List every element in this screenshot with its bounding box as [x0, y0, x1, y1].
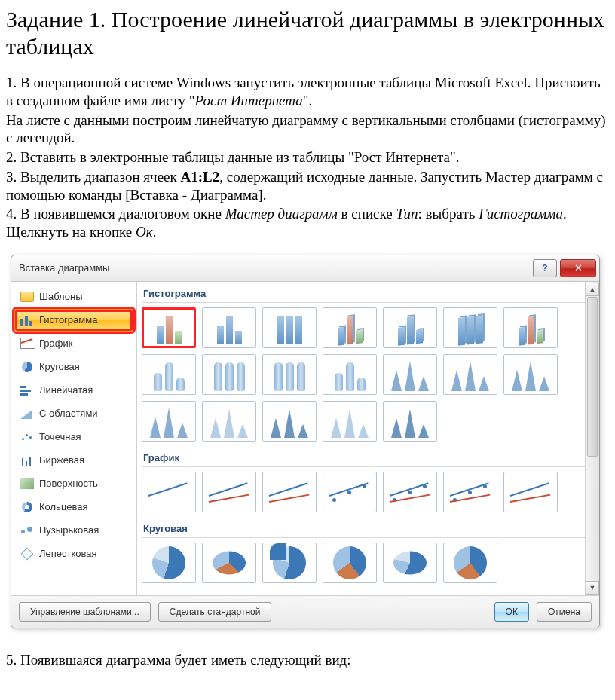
- sidebar-item-label: Поверхность: [39, 478, 98, 489]
- chart-thumb-cylinder-100-stacked[interactable]: [262, 354, 317, 395]
- chart-thumb-cylinder-stacked[interactable]: [202, 354, 256, 395]
- help-button[interactable]: ?: [533, 259, 557, 277]
- chart-thumb-stacked-line[interactable]: [202, 472, 256, 512]
- sidebar-item-label: Пузырьковая: [39, 524, 99, 536]
- gallery-group-pie: Круговая: [142, 518, 596, 538]
- pie-chart-icon: [20, 360, 35, 374]
- chart-thumb-pyramid-clustered[interactable]: [202, 401, 256, 442]
- instruction-1b: На листе с данными построим линейчатую д…: [6, 112, 609, 148]
- sidebar-item-label: Биржевая: [39, 454, 84, 466]
- sidebar-item-label: Кольцевая: [39, 501, 87, 512]
- instruction-1: 1. В операционной системе Windows запуст…: [6, 74, 609, 110]
- chart-thumb-3d-clustered-column[interactable]: [323, 307, 377, 348]
- chart-thumb-exploded-pie[interactable]: [323, 543, 377, 583]
- sidebar-item-pie[interactable]: Круговая: [14, 356, 133, 378]
- chart-thumb-100-stacked-line-markers[interactable]: [443, 472, 497, 512]
- sidebar-item-area[interactable]: С областями: [14, 402, 133, 425]
- chart-thumb-3d-column[interactable]: [503, 307, 558, 348]
- instruction-3: 3. Выделить диапазон ячеек A1:L2, содерж…: [6, 168, 609, 204]
- scroll-down-icon[interactable]: ▼: [586, 581, 599, 595]
- chart-thumb-pie-of-pie[interactable]: [262, 543, 317, 583]
- sidebar-item-scatter[interactable]: Точечная: [14, 426, 133, 448]
- sidebar-item-label: С областями: [39, 408, 98, 419]
- chart-thumb-cone-stacked[interactable]: [443, 354, 497, 395]
- instruction-4: 4. В появившемся диалоговом окне Мастер …: [6, 205, 609, 241]
- manage-templates-button[interactable]: Управление шаблонами...: [19, 602, 151, 622]
- bubble-chart-icon: [20, 524, 35, 537]
- sidebar-item-stock[interactable]: Биржевая: [14, 449, 133, 472]
- chart-gallery: Гистограмма: [137, 282, 599, 595]
- chart-thumb-line-markers[interactable]: [323, 472, 377, 512]
- chart-thumb-cone-clustered[interactable]: [383, 354, 437, 395]
- sidebar-item-label: Круговая: [39, 361, 80, 372]
- chart-thumb-stacked-column[interactable]: [202, 307, 256, 348]
- sidebar-item-doughnut[interactable]: Кольцевая: [14, 496, 133, 518]
- sidebar-item-label: График: [39, 338, 72, 349]
- chart-type-sidebar: Шаблоны Гистограмма График Круговая Лине…: [11, 282, 137, 595]
- chart-thumb-3d-stacked-column[interactable]: [383, 307, 437, 348]
- chart-thumb-pyramid-100-stacked[interactable]: [323, 401, 377, 442]
- scatter-chart-icon: [20, 430, 35, 444]
- chart-thumb-stacked-line-markers[interactable]: [383, 472, 437, 512]
- stock-chart-icon: [20, 454, 35, 467]
- gallery-group-line: График: [142, 448, 596, 467]
- chart-thumb-cone-100-stacked[interactable]: [503, 354, 558, 395]
- scroll-thumb[interactable]: [587, 297, 598, 457]
- chart-thumb-exploded-3d-pie[interactable]: [383, 543, 437, 583]
- sidebar-item-histogram[interactable]: Гистограмма: [14, 309, 133, 332]
- insert-chart-dialog: Вставка диаграммы ? ✕ Шаблоны Гистограмм…: [11, 255, 600, 628]
- chart-thumb-100-stacked-column[interactable]: [262, 307, 317, 348]
- chart-thumb-bar-of-pie[interactable]: [443, 543, 497, 583]
- chart-thumb-3d-line[interactable]: [503, 472, 558, 512]
- sidebar-item-label: Точечная: [39, 431, 81, 442]
- scroll-track[interactable]: [586, 297, 599, 580]
- bar-chart-icon: [20, 384, 35, 397]
- gallery-scrollbar[interactable]: ▲ ▼: [585, 282, 599, 595]
- instruction-5: 5. Появившаяся диаграмма будет иметь сле…: [6, 651, 609, 669]
- sidebar-item-bubble[interactable]: Пузырьковая: [14, 519, 133, 542]
- cancel-button[interactable]: Отмена: [537, 602, 592, 622]
- line-chart-icon: [20, 337, 35, 350]
- folder-icon: [20, 290, 35, 304]
- column-chart-icon: [20, 313, 35, 327]
- chart-thumb-pie[interactable]: [142, 543, 196, 583]
- chart-thumb-3d-pie[interactable]: [202, 543, 256, 583]
- chart-thumb-3d-pyramid[interactable]: [383, 401, 437, 442]
- chart-thumb-cylinder-clustered[interactable]: [142, 354, 196, 395]
- sidebar-item-label: Гистограмма: [39, 314, 97, 326]
- sidebar-item-bar[interactable]: Линейчатая: [14, 379, 133, 402]
- dialog-title: Вставка диаграммы: [19, 262, 533, 274]
- gallery-group-histogram: Гистограмма: [142, 283, 596, 303]
- sidebar-item-line[interactable]: График: [14, 332, 133, 355]
- scroll-up-icon[interactable]: ▲: [586, 283, 599, 296]
- radar-chart-icon: [20, 547, 35, 561]
- close-button[interactable]: ✕: [560, 259, 596, 277]
- chart-thumb-pyramid-stacked[interactable]: [262, 401, 317, 442]
- instruction-2: 2. Вставить в электронные таблицы данные…: [6, 148, 609, 167]
- doughnut-chart-icon: [20, 500, 35, 514]
- chart-thumb-line[interactable]: [142, 472, 196, 512]
- set-default-button[interactable]: Сделать стандартной: [158, 602, 272, 622]
- chart-thumb-clustered-column[interactable]: [142, 307, 196, 348]
- chart-thumb-100-stacked-line[interactable]: [262, 472, 317, 512]
- dialog-footer: Управление шаблонами... Сделать стандарт…: [11, 596, 599, 628]
- dialog-titlebar: Вставка диаграммы ? ✕: [11, 255, 599, 282]
- sidebar-item-label: Линейчатая: [39, 384, 93, 396]
- sidebar-item-label: Лепестковая: [39, 548, 97, 559]
- sidebar-item-radar[interactable]: Лепестковая: [14, 543, 133, 565]
- chart-thumb-3d-cylinder[interactable]: [323, 354, 377, 395]
- area-chart-icon: [20, 407, 35, 420]
- chart-thumb-3d-cone[interactable]: [142, 401, 196, 442]
- sidebar-item-surface[interactable]: Поверхность: [14, 472, 133, 495]
- sidebar-item-label: Шаблоны: [39, 291, 83, 302]
- chart-thumb-3d-100-stacked-column[interactable]: [443, 307, 497, 348]
- sidebar-item-templates[interactable]: Шаблоны: [14, 286, 133, 308]
- page-title: Задание 1. Построение линейчатой диаграм…: [6, 6, 609, 60]
- surface-chart-icon: [20, 477, 35, 491]
- ok-button[interactable]: ОК: [494, 602, 529, 622]
